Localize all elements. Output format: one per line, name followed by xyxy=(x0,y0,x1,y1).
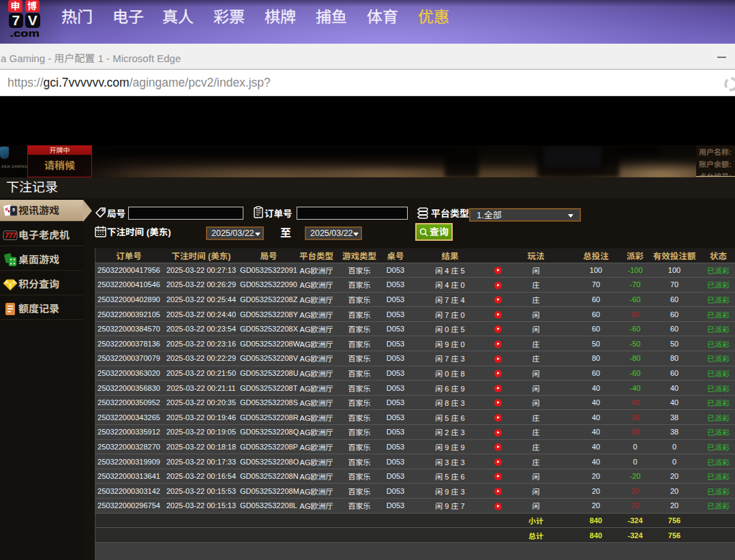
svg-text:777: 777 xyxy=(5,232,16,239)
svg-text:9: 9 xyxy=(12,207,15,212)
